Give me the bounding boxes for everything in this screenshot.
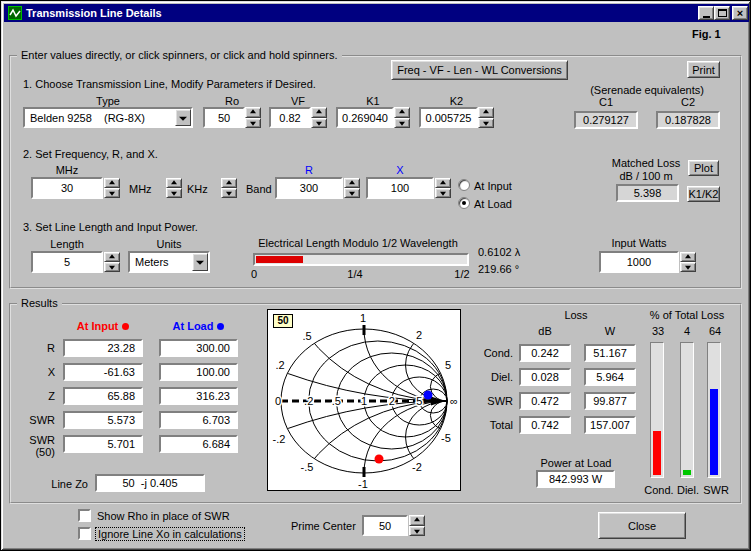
vf-field[interactable]: 0.82 [269, 107, 311, 128]
diel-loss-fill [683, 470, 691, 475]
mhz-spinner[interactable] [166, 178, 182, 198]
x-at-load-field: 100.00 [159, 363, 238, 381]
close-window-button[interactable]: × [732, 6, 748, 20]
prime-center-field[interactable]: 50 [362, 515, 408, 536]
show-rho-label[interactable]: Show Rho in place of SWR [97, 510, 230, 522]
spin-down-icon[interactable] [435, 188, 451, 198]
k1-spinner[interactable] [394, 107, 410, 128]
plot-button[interactable]: Plot [688, 160, 719, 176]
ro-label: Ro [203, 95, 261, 107]
spin-down-icon[interactable] [104, 262, 120, 272]
minimize-button[interactable] [698, 6, 714, 20]
input-watts-field[interactable]: 1000 [599, 251, 679, 273]
diel-db-field: 0.028 [519, 368, 571, 386]
titlebar[interactable]: Transmission Line Details × [4, 4, 749, 22]
conversions-button[interactable]: Freq - VF - Len - WL Conversions [391, 60, 568, 80]
row-label-z: Z [13, 390, 55, 402]
degrees-value: 219.66 ° [478, 263, 519, 275]
svg-text:1: 1 [361, 395, 367, 407]
show-rho-checkbox[interactable] [78, 509, 91, 522]
at-load-radio-label[interactable]: At Load [474, 198, 512, 210]
vf-spinner[interactable] [311, 107, 327, 128]
units-dropdown-icon[interactable] [192, 253, 208, 271]
length-spinner[interactable] [104, 252, 120, 272]
swr-w-field: 99.877 [584, 392, 636, 410]
svg-text:-5: -5 [441, 432, 451, 444]
ignore-xo-checkbox[interactable] [78, 527, 91, 540]
spin-down-icon[interactable] [478, 118, 494, 129]
spin-down-icon[interactable] [311, 118, 327, 129]
print-button[interactable]: Print [687, 61, 720, 78]
svg-text:-.5: -.5 [301, 461, 314, 473]
spin-down-icon[interactable] [409, 526, 425, 537]
power-at-load-label: Power at Load [513, 457, 639, 469]
section3-heading: 3. Set Line Length and Input Power. [23, 221, 198, 233]
z-at-load-field: 316.23 [159, 387, 238, 405]
svg-text:5: 5 [416, 395, 422, 407]
spin-up-icon[interactable] [104, 252, 120, 262]
spin-up-icon[interactable] [166, 178, 182, 188]
spin-up-icon[interactable] [221, 178, 237, 188]
x-spinner[interactable] [435, 178, 451, 198]
loss-title: Loss [513, 309, 639, 321]
spin-up-icon[interactable] [245, 107, 261, 118]
x-label: X [366, 164, 434, 176]
k2-label: K2 [419, 95, 494, 107]
close-button[interactable]: Close [598, 512, 686, 539]
spin-down-icon[interactable] [104, 188, 120, 198]
spin-up-icon[interactable] [409, 515, 425, 526]
length-field[interactable]: 5 [31, 251, 103, 273]
spin-up-icon[interactable] [311, 107, 327, 118]
swr50-at-load-field: 6.684 [159, 435, 238, 453]
swr-pct-value: 64 [702, 325, 728, 337]
type-value: Belden 9258 (RG-8X) [25, 109, 175, 126]
ro-field[interactable]: 50 [203, 107, 245, 128]
spin-up-icon[interactable] [435, 178, 451, 188]
khz-spinner[interactable] [221, 178, 237, 198]
spin-down-icon[interactable] [245, 118, 261, 129]
k1-field[interactable]: 0.269040 [336, 107, 394, 128]
at-input-radio-label[interactable]: At Input [474, 180, 512, 192]
svg-text:2: 2 [416, 329, 422, 341]
r-spinner[interactable] [344, 178, 360, 198]
spin-up-icon[interactable] [394, 107, 410, 118]
frequency-spinner[interactable] [104, 178, 120, 198]
ignore-xo-label[interactable]: Ignore Line Xo in calculations [95, 527, 245, 541]
c1-label: C1 [574, 96, 638, 108]
spin-up-icon[interactable] [104, 178, 120, 188]
at-load-radio[interactable] [458, 197, 470, 209]
maximize-button[interactable] [714, 6, 730, 20]
frequency-field[interactable]: 30 [31, 177, 103, 199]
cond-w-field: 51.167 [584, 344, 636, 362]
spin-down-icon[interactable] [394, 118, 410, 129]
cond-loss-bar [650, 342, 664, 478]
svg-text:-2: -2 [412, 461, 422, 473]
input-watts-label: Input Watts [599, 237, 679, 249]
row-label-x: X [13, 366, 55, 378]
r-field[interactable]: 300 [275, 177, 343, 199]
k1-label: K1 [336, 95, 410, 107]
type-combobox[interactable]: Belden 9258 (RG-8X) [23, 107, 193, 128]
prime-center-label: Prime Center [291, 520, 356, 532]
type-dropdown-icon[interactable] [175, 109, 191, 126]
k1k2-button[interactable]: K1/K2 [687, 186, 720, 202]
loss-label-cond: Cond. [467, 347, 513, 359]
spin-down-icon[interactable] [680, 262, 696, 272]
spin-down-icon[interactable] [221, 188, 237, 198]
spin-down-icon[interactable] [166, 188, 182, 198]
input-watts-spinner[interactable] [680, 252, 696, 272]
spin-up-icon[interactable] [478, 107, 494, 118]
scale-quarter-label: 1/4 [346, 268, 364, 280]
r-at-input-field: 23.28 [63, 339, 143, 357]
at-input-radio[interactable] [458, 179, 470, 191]
at-load-header: At Load [159, 320, 238, 332]
ro-spinner[interactable] [245, 107, 261, 128]
spin-down-icon[interactable] [344, 188, 360, 198]
x-field[interactable]: 100 [366, 177, 434, 199]
units-combobox[interactable]: Meters [128, 251, 210, 273]
spin-up-icon[interactable] [680, 252, 696, 262]
k2-field[interactable]: 0.005725 [419, 107, 478, 128]
prime-center-spinner[interactable] [409, 515, 425, 536]
k2-spinner[interactable] [478, 107, 494, 128]
spin-up-icon[interactable] [344, 178, 360, 188]
